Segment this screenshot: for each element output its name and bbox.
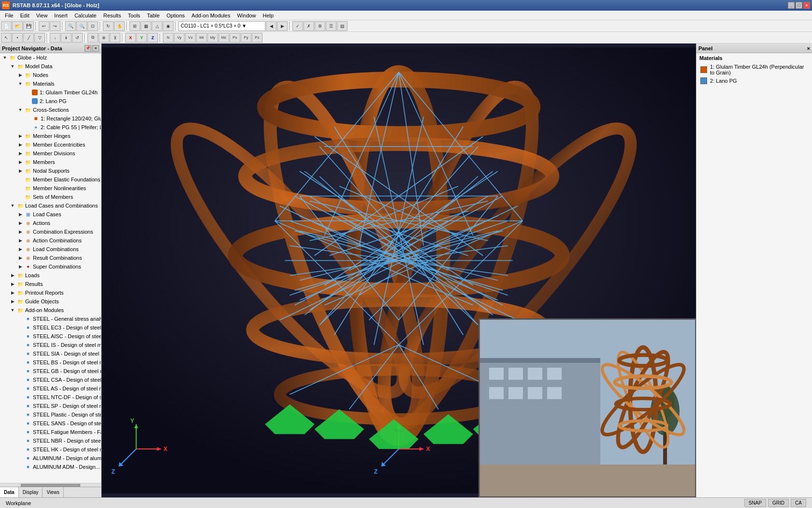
tb-btn-f[interactable]: ✗: [304, 21, 314, 31]
nav-pin-button[interactable]: 📌: [85, 45, 91, 52]
tb2-disp-mt[interactable]: Mt: [196, 33, 207, 43]
tb2-mirror[interactable]: ⊻: [110, 33, 120, 43]
tree-sets-of-members[interactable]: 📁 Sets of Members: [0, 193, 101, 201]
tree-steel-gb[interactable]: ■ STEEL GB - Design of steel m: [0, 367, 101, 375]
tree-cs2[interactable]: ✦ 2: Cable PG 55 | Pfeifer; L: [0, 123, 101, 132]
tb-next[interactable]: ▶: [277, 21, 288, 31]
menu-file[interactable]: File: [2, 12, 16, 19]
tb-undo[interactable]: ↩: [39, 21, 49, 31]
tb2-disp-pz[interactable]: Pz: [252, 33, 262, 43]
tree-actions[interactable]: ▶ ⊕ Actions: [0, 219, 101, 227]
close-button[interactable]: ×: [803, 2, 810, 9]
tree-load-cases[interactable]: ▶ ⊞ Load Cases: [0, 210, 101, 219]
main-viewport[interactable]: X Y Z X Z: [102, 44, 696, 497]
tb2-select[interactable]: ↖: [1, 33, 12, 43]
tb2-copy[interactable]: ⧉: [87, 33, 98, 43]
title-bar-controls[interactable]: _ □ ×: [788, 2, 810, 9]
tree-steel-as[interactable]: ■ STEEL AS - Design of steel m: [0, 384, 101, 393]
minimize-button[interactable]: _: [788, 2, 795, 9]
tb-btn-i[interactable]: ▤: [337, 21, 348, 31]
tree-mat1[interactable]: 1: Glulam Timber GL24h: [0, 88, 101, 97]
tb2-load[interactable]: ↓: [50, 33, 60, 43]
tb-zoom-in[interactable]: 🔍: [65, 21, 76, 31]
tree-member-hinges[interactable]: ▶ 📁 Member Hinges: [0, 132, 101, 140]
tb-btn-h[interactable]: ☰: [326, 21, 336, 31]
tree-guide-objects[interactable]: ▶ 📁 Guide Objects: [0, 297, 101, 306]
menu-addon[interactable]: Add-on Modules: [188, 12, 233, 19]
tb2-disp-mz[interactable]: Mz: [218, 33, 229, 43]
tree-member-divisions[interactable]: ▶ 📁 Member Divisions: [0, 149, 101, 158]
tb2-z[interactable]: Z: [147, 33, 158, 43]
tree-steel-is[interactable]: ■ STEEL IS - Design of steel me: [0, 341, 101, 349]
tb-prev[interactable]: ◀: [266, 21, 276, 31]
menu-insert[interactable]: Insert: [51, 12, 71, 19]
tree-steel-ec3[interactable]: ■ STEEL EC3 - Design of steel m: [0, 323, 101, 332]
tree-model-data[interactable]: ▼ 📁 Model Data: [0, 62, 101, 71]
horizontal-scrollbar[interactable]: [21, 484, 80, 487]
tree-member-eccentricities[interactable]: ▶ 📁 Member Eccentricities: [0, 140, 101, 149]
tree-member-elastic[interactable]: 📁 Member Elastic Foundations: [0, 175, 101, 184]
tree-load-comb[interactable]: ▶ ⊕ Load Combinations: [0, 245, 101, 254]
grid-button[interactable]: GRID: [768, 499, 789, 507]
nav-close-button[interactable]: ×: [92, 45, 99, 52]
tb-redo[interactable]: ↪: [50, 21, 60, 31]
menu-results[interactable]: Results: [101, 12, 124, 19]
navigator-header-buttons[interactable]: 📌 ×: [85, 45, 99, 52]
tree-steel-sans[interactable]: ■ STEEL SANS - Design of steel: [0, 419, 101, 428]
tb-btn-e[interactable]: ✓: [292, 21, 303, 31]
tree-steel-gen[interactable]: ■ STEEL - General stress analy: [0, 314, 101, 323]
tb-btn-b[interactable]: ▦: [141, 21, 151, 31]
tree-materials[interactable]: ▼ 📁 Materials: [0, 79, 101, 88]
tree-root[interactable]: ▼ 📁 Globe - Holz: [0, 53, 101, 62]
tree-nodes[interactable]: ▶ 📁 Nodes: [0, 71, 101, 79]
tb-btn-g[interactable]: ⚙: [315, 21, 325, 31]
tab-views[interactable]: Views: [43, 487, 64, 497]
tree-aluminum-adm[interactable]: ■ ALUMINUM ADM - Design...: [0, 463, 101, 471]
tb2-x[interactable]: X: [125, 33, 136, 43]
menu-window[interactable]: Window: [234, 12, 259, 19]
tree-steel-fatigue[interactable]: ■ STEEL Fatigue Members - Fa: [0, 428, 101, 436]
tree-nodal-supports[interactable]: ▶ 📁 Nodal Supports: [0, 166, 101, 175]
menu-edit[interactable]: Edit: [17, 12, 32, 19]
tb-save[interactable]: 💾: [23, 21, 34, 31]
load-case-dropdown[interactable]: CO110 - LC1 + 0.5*LC3 + 0 ▼: [178, 21, 265, 31]
tb2-disp-my[interactable]: My: [207, 33, 218, 43]
tb2-moment[interactable]: ↺: [72, 33, 83, 43]
tree-steel-nbr[interactable]: ■ STEEL NBR - Design of steel r: [0, 436, 101, 445]
tree-cs1[interactable]: ■ 1: Rectangle 120/240; Glu: [0, 114, 101, 123]
tb-open[interactable]: 📂: [12, 21, 23, 31]
tree-steel-hk[interactable]: ■ STEEL HK - Design of steel m: [0, 445, 101, 454]
tb2-node[interactable]: •: [12, 33, 23, 43]
tree-loads[interactable]: ▶ 📁 Loads: [0, 271, 101, 280]
tree-aluminum[interactable]: ■ ALUMINUM - Design of alum: [0, 454, 101, 463]
tree-steel-bs[interactable]: ■ STEEL BS - Design of steel m: [0, 358, 101, 367]
tree-cross-sections[interactable]: ▼ 📁 Cross-Sections: [0, 105, 101, 114]
tree-steel-csa[interactable]: ■ STEEL CSA - Design of steel r: [0, 375, 101, 384]
tb-fit[interactable]: ⊡: [87, 21, 98, 31]
tb2-disp-vz[interactable]: Vz: [185, 33, 196, 43]
tb2-move[interactable]: ⊕: [99, 33, 109, 43]
tb2-support[interactable]: ▽: [34, 33, 45, 43]
tree-member-nonlinear[interactable]: 📁 Member Nonlinearities: [0, 184, 101, 193]
tree-load-cases-comb[interactable]: ▼ 📁 Load Cases and Combinations: [0, 201, 101, 210]
panel-close-button[interactable]: ×: [807, 45, 810, 51]
tree-action-comb[interactable]: ▶ ⊕ Action Combinations: [0, 236, 101, 245]
tb2-disp-px[interactable]: Px: [230, 33, 240, 43]
menu-table[interactable]: Table: [144, 12, 162, 19]
tree-result-comb[interactable]: ▶ ⊕ Result Combinations: [0, 254, 101, 262]
tb-btn-c[interactable]: △: [152, 21, 162, 31]
menu-view[interactable]: View: [33, 12, 51, 19]
maximize-button[interactable]: □: [796, 2, 802, 9]
tree-steel-sia[interactable]: ■ STEEL SIA - Design of steel m: [0, 349, 101, 358]
tree-steel-aisc[interactable]: ■ STEEL AISC - Design of steel: [0, 332, 101, 341]
menu-help[interactable]: Help: [260, 12, 277, 19]
tab-data[interactable]: Data: [0, 487, 19, 497]
menu-tools[interactable]: Tools: [125, 12, 143, 19]
tree-steel-ntc[interactable]: ■ STEEL NTC-DF - Design of st: [0, 393, 101, 402]
tb2-y[interactable]: Y: [136, 33, 147, 43]
ca-button[interactable]: CA: [791, 499, 806, 507]
snap-button[interactable]: SNAP: [744, 499, 766, 507]
tree-comb-expr[interactable]: ▶ ⊕ Combination Expressions: [0, 227, 101, 236]
tree-results[interactable]: ▶ 📁 Results: [0, 280, 101, 288]
tree-steel-plastic[interactable]: ■ STEEL Plastic - Design of ste: [0, 410, 101, 419]
